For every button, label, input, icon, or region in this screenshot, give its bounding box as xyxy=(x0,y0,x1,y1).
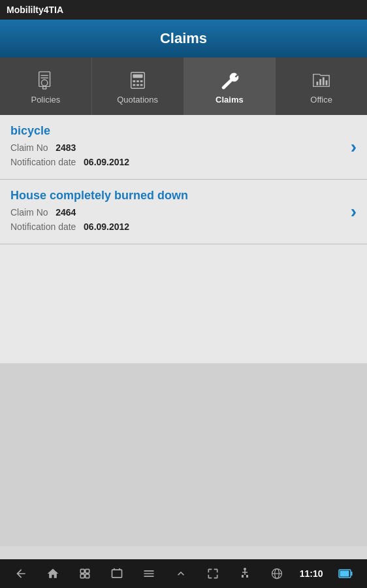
up-button[interactable] xyxy=(169,562,193,585)
svg-rect-20 xyxy=(86,569,89,573)
time-display: 11:10 xyxy=(297,562,326,585)
claim-date-meta-2: Notification date 06.09.2012 xyxy=(10,220,344,234)
header-title: Claims xyxy=(160,30,207,47)
home-button[interactable] xyxy=(41,562,65,585)
svg-rect-10 xyxy=(136,80,139,82)
tab-claims[interactable]: Claims xyxy=(184,57,276,115)
recents-button[interactable] xyxy=(73,562,97,585)
chevron-right-icon-2: › xyxy=(351,203,357,221)
svg-rect-36 xyxy=(351,572,353,576)
claim-no-value-1: 2483 xyxy=(56,142,76,153)
tab-office[interactable]: Office xyxy=(276,57,367,115)
svg-rect-8 xyxy=(133,74,142,78)
claim-date-meta-1: Notification date 06.09.2012 xyxy=(10,155,344,169)
svg-rect-16 xyxy=(319,79,321,85)
tab-office-label: Office xyxy=(310,95,332,105)
svg-rect-12 xyxy=(133,84,135,86)
svg-rect-23 xyxy=(112,570,122,578)
app-title: Mobililty4TIA xyxy=(7,5,63,15)
header: Claims xyxy=(0,20,367,57)
svg-rect-17 xyxy=(323,77,325,85)
globe-icon xyxy=(265,562,289,585)
claim-content-1: bicycle Claim No 2483 Notification date … xyxy=(10,124,344,170)
screenshot-button[interactable] xyxy=(105,562,129,585)
claim-title-2: House completely burned down xyxy=(10,189,344,203)
claim-no-label-2: Claim No xyxy=(10,207,48,218)
svg-rect-9 xyxy=(133,80,135,82)
notification-label-2: Notification date xyxy=(10,221,76,232)
svg-rect-35 xyxy=(340,571,349,577)
tab-quotations[interactable]: Quotations xyxy=(92,57,184,115)
svg-rect-0 xyxy=(39,71,50,86)
claim-item-1[interactable]: bicycle Claim No 2483 Notification date … xyxy=(0,115,367,180)
claims-icon xyxy=(217,69,241,92)
svg-rect-19 xyxy=(81,569,85,573)
svg-rect-14 xyxy=(140,84,142,86)
svg-rect-22 xyxy=(86,574,89,578)
nav-tabs: Policies Quotations Claims xyxy=(0,57,367,115)
claim-content-2: House completely burned down Claim No 24… xyxy=(10,189,344,235)
quotations-icon xyxy=(126,69,150,92)
claim-no-label-1: Claim No xyxy=(10,142,48,153)
svg-point-26 xyxy=(244,568,246,570)
empty-area xyxy=(0,363,367,546)
time-text: 11:10 xyxy=(300,568,323,579)
usb-icon xyxy=(233,562,257,585)
svg-point-1 xyxy=(41,80,47,86)
back-button[interactable] xyxy=(9,562,33,585)
tab-claims-label: Claims xyxy=(215,95,244,105)
svg-rect-13 xyxy=(136,84,139,86)
claims-list: bicycle Claim No 2483 Notification date … xyxy=(0,115,367,363)
status-bar: Mobililty4TIA xyxy=(0,0,367,20)
notification-date-2: 06.09.2012 xyxy=(84,221,129,232)
bottom-bar: 11:10 xyxy=(0,559,367,588)
notification-label-1: Notification date xyxy=(10,157,76,167)
svg-rect-29 xyxy=(242,575,244,578)
policies-icon xyxy=(34,69,57,92)
tab-policies[interactable]: Policies xyxy=(0,57,92,115)
svg-rect-15 xyxy=(317,81,319,85)
tab-quotations-label: Quotations xyxy=(117,95,158,105)
battery-icon xyxy=(334,562,357,585)
tab-policies-label: Policies xyxy=(31,95,60,105)
chevron-right-icon-1: › xyxy=(351,138,357,156)
expand-icon xyxy=(201,562,225,585)
svg-rect-11 xyxy=(140,80,142,82)
office-icon xyxy=(310,69,333,92)
svg-rect-18 xyxy=(326,80,328,86)
menu-button[interactable] xyxy=(137,562,161,585)
claim-meta-1: Claim No 2483 xyxy=(10,140,344,155)
notification-date-1: 06.09.2012 xyxy=(84,157,129,167)
claim-no-value-2: 2464 xyxy=(56,207,76,218)
claim-item-2[interactable]: House completely burned down Claim No 24… xyxy=(0,180,367,244)
claim-title-1: bicycle xyxy=(10,124,344,138)
svg-rect-30 xyxy=(246,575,248,578)
svg-rect-21 xyxy=(81,574,85,578)
claim-meta-2: Claim No 2464 xyxy=(10,205,344,220)
